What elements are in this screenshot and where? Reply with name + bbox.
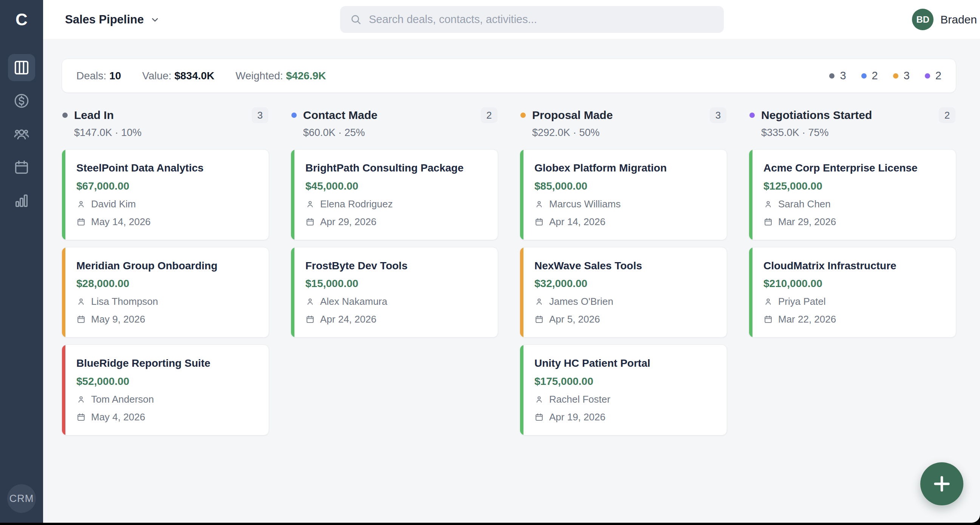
stage-name: Proposal Made [532,109,612,122]
deal-date: May 9, 2026 [91,314,145,325]
deal-contact-row: Lisa Thompson [76,296,258,308]
person-icon [76,200,86,209]
stage-dot [861,73,867,79]
column-header: Lead In 3 [62,107,269,123]
deal-date: Apr 29, 2026 [320,216,376,228]
stage-count-value: 3 [840,70,846,82]
stage-count: 3 [893,70,910,82]
deal-card[interactable]: CloudMatrix Infrastructure $210,000.00 P… [749,247,956,338]
deal-date: Apr 5, 2026 [549,314,600,325]
calendar-icon [76,412,86,422]
stage-count-value: 2 [872,70,878,82]
sidebar-item-calendar[interactable] [8,154,35,181]
stage-dot [62,113,68,118]
deal-card[interactable]: BrightPath Consulting Package $45,000.00… [291,149,498,240]
deal-title: BrightPath Consulting Package [305,162,487,174]
deal-date-row: Apr 29, 2026 [305,216,487,228]
stage-dot [893,73,898,79]
person-icon [535,200,544,209]
sidebar-nav [8,54,35,214]
person-icon [76,395,86,404]
deal-card[interactable]: NexWave Sales Tools $32,000.00 James O'B… [520,247,727,338]
stage-name: Contact Made [303,109,377,122]
calendar-icon [305,217,315,227]
weighted-amount: $426.9K [286,70,326,82]
deal-contact-row: Elena Rodriguez [305,198,487,210]
kanban-board: Lead In 3 $147.0K · 10% SteelPoint Data … [62,107,956,436]
deal-contact-row: Tom Anderson [76,393,258,405]
deal-contact-row: Priya Patel [764,296,945,308]
sidebar: C [0,0,43,523]
user-menu[interactable]: BD Braden [912,0,977,39]
deal-card[interactable]: Unity HC Patient Portal $175,000.00 Rach… [520,344,727,436]
deal-card[interactable]: SteelPoint Data Analytics $67,000.00 Dav… [62,149,269,240]
stage-dot [291,113,297,118]
deal-title: FrostByte Dev Tools [305,260,487,272]
deal-value: $175,000.00 [535,376,716,387]
sidebar-item-reports[interactable] [8,187,35,214]
chevron-down-icon [150,15,160,25]
deal-date: Apr 19, 2026 [549,411,605,423]
deal-card[interactable]: FrostByte Dev Tools $15,000.00 Alex Naka… [291,247,498,338]
stage-count-value: 2 [935,70,942,82]
card-list: Globex Platform Migration $85,000.00 Mar… [520,149,727,436]
stage-summary: $147.0K · 10% [74,127,269,139]
calendar-icon [305,315,315,324]
calendar-icon [535,315,544,324]
deal-title: Globex Platform Migration [535,162,716,174]
deal-card[interactable]: Acme Corp Enterprise License $125,000.00… [749,149,956,240]
deal-contact: Lisa Thompson [91,296,158,308]
sidebar-item-contacts[interactable] [8,121,35,148]
add-deal-fab[interactable] [920,462,963,505]
deal-card[interactable]: BlueRidge Reporting Suite $52,000.00 Tom… [62,344,269,436]
person-icon [76,297,86,306]
deal-title: Unity HC Patient Portal [535,357,716,370]
deal-contact: Priya Patel [778,296,826,308]
deal-contact-row: Sarah Chen [764,198,945,210]
deal-title: Acme Corp Enterprise License [764,162,945,174]
stage-dot [520,113,526,118]
pipeline-selector[interactable]: Sales Pipeline [65,13,160,27]
deal-accent-bar [520,149,523,240]
page-title: Sales Pipeline [65,13,144,27]
deal-date: Mar 29, 2026 [778,216,836,228]
deal-card[interactable]: Globex Platform Migration $85,000.00 Mar… [520,149,727,240]
stage-count-badge: 2 [939,107,955,123]
stage-count-badge: 3 [710,107,726,123]
deal-contact: David Kim [91,198,136,210]
deal-value: $15,000.00 [305,278,487,290]
deal-accent-bar [291,149,294,240]
deal-value: $52,000.00 [76,376,258,387]
search-bar[interactable] [340,6,724,33]
stage-dot [829,73,835,79]
deal-accent-bar [62,149,65,240]
deal-contact-row: Marcus Williams [535,198,716,210]
deal-date-row: May 9, 2026 [76,314,258,325]
top-bar: Sales Pipeline BD Braden [43,0,980,39]
stage-summary: $60.0K · 25% [303,127,498,139]
deal-contact: Alex Nakamura [320,296,387,308]
stage-summary: $292.0K · 50% [532,127,727,139]
avatar: BD [912,9,934,30]
deal-card[interactable]: Meridian Group Onboarding $28,000.00 Lis… [62,247,269,338]
person-icon [535,395,544,404]
person-icon [764,200,773,209]
deals-stat: Deals: 10 [76,70,121,82]
deal-accent-bar [520,345,523,435]
deal-date: Apr 14, 2026 [549,216,605,228]
deal-date-row: May 14, 2026 [76,216,258,228]
search-input[interactable] [369,13,714,26]
deal-title: SteelPoint Data Analytics [76,162,258,174]
deal-accent-bar [749,149,752,240]
board-content: Deals: 10 Value: $834.0K Weighted: $426.… [43,39,980,523]
deal-contact: Elena Rodriguez [320,198,393,210]
user-name: Braden [940,13,977,26]
sidebar-item-pipeline[interactable] [8,54,35,81]
deal-contact: Marcus Williams [549,198,620,210]
deal-contact: Tom Anderson [91,393,154,405]
card-list: SteelPoint Data Analytics $67,000.00 Dav… [62,149,269,436]
deal-value: $85,000.00 [535,180,716,192]
search-icon [350,14,362,26]
deal-value: $125,000.00 [764,180,945,192]
sidebar-item-deals[interactable] [8,87,35,114]
